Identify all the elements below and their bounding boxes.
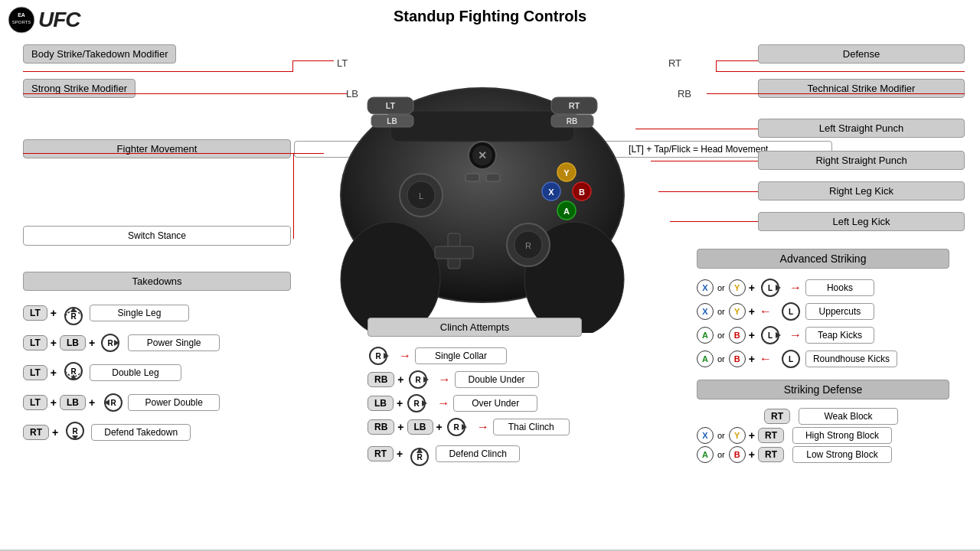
- teap-kicks-label: Teap Kicks: [805, 327, 874, 344]
- double-leg-label: Double Leg: [90, 364, 181, 381]
- over-under-label: Over Under: [453, 395, 537, 412]
- tech-strike-label: Technical Strike Modifier: [758, 79, 965, 98]
- body-strike-label: Body Strike/Takedown Modifier: [23, 44, 176, 64]
- page-title: Standup Fighting Controls: [0, 0, 980, 29]
- svg-text:LB: LB: [387, 117, 397, 126]
- svg-text:R: R: [417, 453, 423, 461]
- single-collar-combo: R → Single Collar: [368, 345, 597, 367]
- b-btn2: B: [729, 350, 746, 367]
- hooks-combo: X or Y + L → Hooks: [697, 277, 965, 298]
- svg-text:R: R: [70, 312, 77, 321]
- defense-label: Defense: [758, 44, 965, 64]
- clinch-header: Clinch Attempts: [368, 318, 582, 337]
- lt-line-h: [292, 60, 334, 61]
- uppercuts-combo: X or Y + ← L Uppercuts: [697, 301, 965, 322]
- thai-clinch-label: Thai Clinch: [493, 419, 570, 435]
- roundhouse-combo: A or B + ← L Roundhouse Kicks: [697, 348, 965, 370]
- takedowns-header: Takedowns: [23, 272, 291, 291]
- weak-block-label: Weak Block: [799, 408, 898, 425]
- svg-text:✕: ✕: [478, 149, 487, 161]
- single-leg-label: Single Leg: [90, 305, 189, 321]
- defend-clinch-combo: RT + R Defend Clinch: [368, 440, 597, 468]
- x-btn3: X: [697, 427, 714, 444]
- svg-text:R: R: [525, 241, 531, 250]
- thai-clinch-combo: RB + LB + R → Thai Clinch: [368, 416, 597, 438]
- r-stick-up-icon: R: [60, 299, 87, 327]
- high-strong-block-label: High Strong Block: [792, 427, 892, 444]
- logo: EA SPORTS UFC: [8, 6, 80, 34]
- rb-btn: RB: [368, 372, 394, 387]
- lt-line-v: [292, 60, 293, 72]
- y-btn: Y: [729, 279, 746, 296]
- x-btn2: X: [697, 303, 714, 320]
- lb-btn2: LB: [60, 395, 86, 410]
- svg-rect-25: [435, 246, 473, 259]
- lb-btn3: LB: [368, 396, 394, 411]
- double-under-combo: RB + R → Double Under: [368, 369, 597, 390]
- svg-text:R: R: [111, 399, 117, 407]
- r-right3-icon: R: [406, 393, 433, 414]
- lstick-v-line: [293, 153, 294, 239]
- r-right-icon: R: [368, 345, 395, 367]
- svg-text:R: R: [414, 399, 420, 408]
- svg-text:L: L: [419, 191, 423, 201]
- rt-weak: RT: [764, 409, 790, 424]
- svg-text:SPORTS: SPORTS: [12, 20, 31, 24]
- rt-btn2: RT: [368, 446, 394, 461]
- y-btn3: Y: [729, 427, 746, 444]
- lb-btn4: LB: [407, 419, 433, 435]
- advanced-striking-section: Advanced Striking X or Y + L → Hooks X o…: [697, 249, 965, 465]
- svg-text:L: L: [789, 355, 793, 364]
- uppercuts-label: Uppercuts: [805, 303, 874, 320]
- l-right2-icon: L: [758, 324, 786, 346]
- rb-body-line: [758, 93, 965, 94]
- rt-low: RT: [758, 447, 784, 462]
- a-line: [670, 221, 758, 222]
- left-leg-label: Left Leg Kick: [758, 212, 965, 231]
- svg-text:R: R: [108, 339, 114, 347]
- low-block-combo: A or B + RT Low Strong Block: [697, 446, 965, 463]
- svg-rect-6: [390, 111, 574, 142]
- b-line: [658, 191, 758, 192]
- svg-text:X: X: [548, 187, 554, 197]
- svg-text:R: R: [73, 427, 79, 435]
- left-straight-label: Left Straight Punch: [758, 119, 965, 138]
- lstick-body-line: [23, 153, 293, 154]
- single-collar-label: Single Collar: [415, 347, 507, 364]
- switch-stance-label: Switch Stance: [23, 226, 291, 246]
- r-stick-circle-down-icon: R: [60, 359, 87, 386]
- svg-text:Y: Y: [564, 168, 570, 178]
- l-left2-icon: L: [776, 348, 803, 370]
- power-double-combo: LT + LB + R Power Double: [23, 389, 291, 416]
- b-btn3: B: [729, 446, 746, 463]
- svg-text:R: R: [70, 367, 77, 376]
- a-btn3: A: [697, 446, 714, 463]
- over-under-combo: LB + R → Over Under: [368, 393, 597, 414]
- lstick-line: [293, 153, 324, 154]
- a-btn2: A: [697, 350, 714, 367]
- x-btn: X: [697, 279, 714, 296]
- power-double-label: Power Double: [128, 394, 220, 411]
- ea-sports-icon: EA SPORTS: [8, 6, 35, 34]
- rt-body-line: [717, 71, 965, 72]
- y-btn2: Y: [729, 303, 746, 320]
- teap-kicks-combo: A or B + L → Teap Kicks: [697, 324, 965, 346]
- r-right4-icon: R: [446, 416, 473, 438]
- a-btn: A: [697, 327, 714, 344]
- defend-takedown-label: Defend Takedown: [91, 424, 191, 441]
- r-stick-down-icon: R: [61, 419, 89, 446]
- single-leg-combo: LT + R Single Leg: [23, 299, 291, 327]
- defend-clinch-label: Defend Clinch: [436, 445, 520, 462]
- clinch-section: Clinch Attempts R → Single Collar RB + R…: [368, 318, 597, 470]
- svg-point-4: [341, 222, 440, 333]
- ufc-logo-text: UFC: [38, 8, 80, 32]
- svg-rect-35: [486, 174, 500, 181]
- right-straight-label: Right Straight Punch: [758, 151, 965, 170]
- lt-btn: LT: [23, 305, 47, 321]
- svg-text:RT: RT: [569, 101, 580, 110]
- lt-btn2: LT: [23, 335, 47, 350]
- svg-text:B: B: [579, 187, 585, 197]
- advanced-striking-header: Advanced Striking: [697, 249, 949, 269]
- rt-btn: RT: [23, 425, 49, 440]
- lb-line-h: [311, 93, 347, 94]
